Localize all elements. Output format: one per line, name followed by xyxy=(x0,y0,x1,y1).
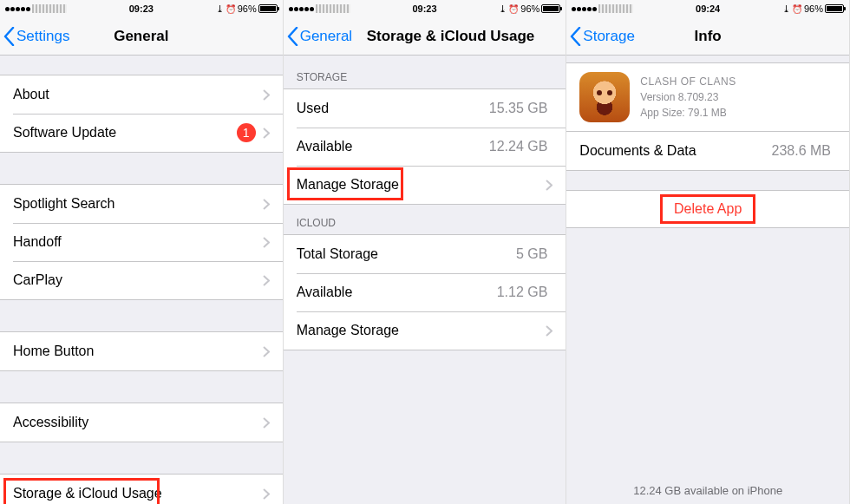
footer-available: 12.24 GB available on iPhone xyxy=(566,484,849,497)
delete-app-label: Delete App xyxy=(674,201,742,216)
carrier-label xyxy=(598,4,633,13)
content-area: STORAGE Used 15.35 GB Available 12.24 GB… xyxy=(284,56,566,504)
battery-percent: 96% xyxy=(520,3,539,14)
signal-dots-icon xyxy=(572,7,597,11)
row-about[interactable]: About xyxy=(0,75,283,114)
chevron-right-icon xyxy=(263,237,270,248)
row-accessibility[interactable]: Accessibility xyxy=(0,403,283,442)
row-label: Accessibility xyxy=(13,415,263,430)
row-home-button[interactable]: Home Button xyxy=(0,332,283,370)
lock-icon: ⤓ xyxy=(499,3,507,15)
row-detail: 15.35 GB xyxy=(489,101,548,116)
lock-icon: ⤓ xyxy=(782,3,790,15)
back-label: General xyxy=(300,28,352,45)
row-detail: 1.12 GB xyxy=(497,285,548,300)
delete-app-button[interactable]: Delete App xyxy=(566,190,849,228)
chevron-left-icon xyxy=(570,27,581,46)
chevron-right-icon xyxy=(263,417,270,429)
battery-percent: 96% xyxy=(804,3,823,14)
row-used: Used 15.35 GB xyxy=(284,89,566,128)
row-spotlight[interactable]: Spotlight Search xyxy=(0,185,283,223)
row-label: Used xyxy=(297,101,489,116)
lock-icon: ⤓ xyxy=(216,3,224,15)
screen-storage: 09:23 ⤓ ⏰ 96% General Storage & iCloud U… xyxy=(284,0,567,504)
row-software-update[interactable]: Software Update 1 xyxy=(0,114,283,152)
chevron-right-icon xyxy=(546,325,552,337)
signal-dots-icon xyxy=(5,7,30,11)
chevron-right-icon xyxy=(263,275,270,286)
row-total-storage: Total Storage 5 GB xyxy=(284,235,566,273)
row-label: Documents & Data xyxy=(579,143,771,159)
row-label: Handoff xyxy=(13,234,263,250)
back-button[interactable]: Storage xyxy=(566,27,635,46)
row-label: CarPlay xyxy=(13,272,263,288)
chevron-left-icon xyxy=(287,27,298,46)
row-label: Storage & iCloud Usage xyxy=(13,486,263,501)
row-icloud-available: Available 1.12 GB xyxy=(284,273,566,311)
nav-bar: Storage Info xyxy=(566,17,849,56)
back-label: Settings xyxy=(16,28,69,45)
chevron-right-icon xyxy=(263,128,270,139)
chevron-right-icon xyxy=(263,199,270,210)
row-storage-icloud[interactable]: Storage & iCloud Usage xyxy=(0,475,283,504)
status-bar: 09:23 ⤓ ⏰ 96% xyxy=(0,0,283,17)
alarm-icon: ⏰ xyxy=(226,4,236,14)
row-carplay[interactable]: CarPlay xyxy=(0,261,283,299)
row-handoff[interactable]: Handoff xyxy=(0,223,283,261)
screen-general: 09:23 ⤓ ⏰ 96% Settings General About Sof… xyxy=(0,0,284,504)
battery-icon xyxy=(258,4,278,13)
app-version: Version 8.709.23 xyxy=(640,89,736,105)
chevron-right-icon xyxy=(263,89,270,101)
status-time: 09:23 xyxy=(129,3,154,14)
signal-dots-icon xyxy=(289,7,314,11)
app-size: App Size: 79.1 MB xyxy=(640,105,736,121)
back-button[interactable]: Settings xyxy=(0,27,69,46)
battery-icon xyxy=(825,4,844,13)
status-bar: 09:23 ⤓ ⏰ 96% xyxy=(284,0,566,17)
row-label: Home Button xyxy=(13,344,263,359)
chevron-right-icon xyxy=(546,180,552,191)
row-icloud-manage[interactable]: Manage Storage xyxy=(284,311,566,350)
row-label: Manage Storage xyxy=(297,177,546,193)
row-available: Available 12.24 GB xyxy=(284,128,566,166)
nav-bar: General Storage & iCloud Usage xyxy=(284,17,566,56)
row-label: Software Update xyxy=(13,125,237,141)
row-detail: 238.6 MB xyxy=(772,143,831,159)
row-label: About xyxy=(13,87,263,102)
update-badge: 1 xyxy=(237,123,256,142)
carrier-label xyxy=(32,4,67,13)
row-label: Available xyxy=(297,285,497,300)
status-bar: 09:24 ⤓ ⏰ 96% xyxy=(566,0,849,17)
status-time: 09:24 xyxy=(696,3,720,14)
row-label: Spotlight Search xyxy=(13,196,263,212)
chevron-right-icon xyxy=(263,488,270,500)
chevron-left-icon xyxy=(3,27,15,46)
battery-icon xyxy=(541,4,560,13)
content-area: CLASH OF CLANS Version 8.709.23 App Size… xyxy=(566,56,849,504)
row-label: Total Storage xyxy=(297,246,516,262)
app-header: CLASH OF CLANS Version 8.709.23 App Size… xyxy=(566,62,849,132)
back-button[interactable]: General xyxy=(284,27,352,46)
nav-bar: Settings General xyxy=(0,17,283,56)
content-area: About Software Update 1 Spotlight Search… xyxy=(0,56,283,504)
chevron-right-icon xyxy=(263,346,270,357)
status-time: 09:23 xyxy=(412,3,436,14)
carrier-label xyxy=(316,4,350,13)
app-name: CLASH OF CLANS xyxy=(640,74,736,89)
row-detail: 12.24 GB xyxy=(489,139,548,154)
battery-percent: 96% xyxy=(238,3,257,14)
row-label: Manage Storage xyxy=(297,323,546,338)
app-icon xyxy=(579,72,630,122)
row-label: Available xyxy=(297,139,489,154)
screen-info: 09:24 ⤓ ⏰ 96% Storage Info CLASH OF CLAN… xyxy=(566,0,850,504)
section-header-icloud: ICLOUD xyxy=(284,205,566,234)
alarm-icon: ⏰ xyxy=(508,4,519,14)
alarm-icon: ⏰ xyxy=(792,4,802,14)
section-header-storage: STORAGE xyxy=(284,56,566,88)
row-manage-storage[interactable]: Manage Storage xyxy=(284,166,566,204)
back-label: Storage xyxy=(583,28,635,45)
row-detail: 5 GB xyxy=(516,246,547,262)
row-documents-data: Documents & Data 238.6 MB xyxy=(566,132,849,170)
